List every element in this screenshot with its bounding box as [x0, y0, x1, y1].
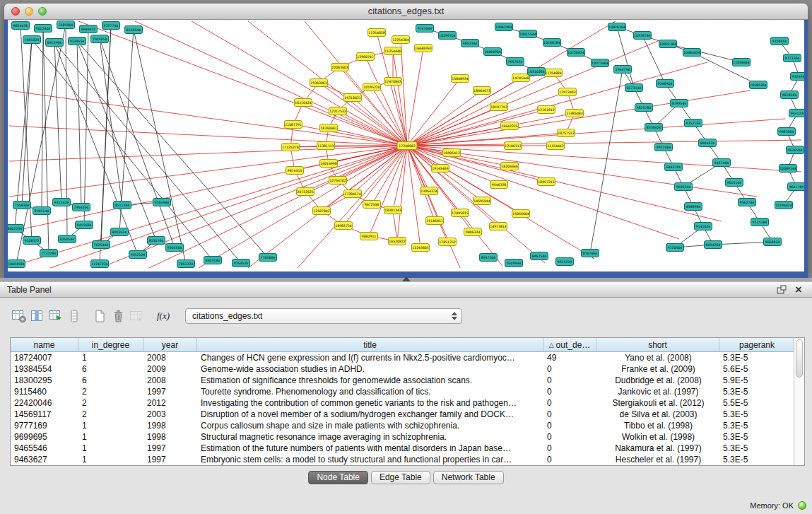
- graph-node[interactable]: 9325944: [791, 73, 805, 81]
- graph-node[interactable]: 8273144: [625, 84, 643, 92]
- graph-node[interactable]: 17851752: [439, 238, 457, 246]
- graph-node[interactable]: 11087791: [285, 121, 302, 129]
- graph-node[interactable]: 10273464: [592, 59, 609, 67]
- edit-table-icon[interactable]: [47, 308, 65, 325]
- graph-edge[interactable]: [590, 69, 623, 253]
- graph-node[interactable]: 8602234: [8, 225, 24, 233]
- graph-node[interactable]: 10299704: [439, 32, 457, 40]
- graph-node[interactable]: 14745448: [512, 74, 530, 82]
- graph-edge[interactable]: [353, 146, 407, 194]
- graph-node[interactable]: 17240663: [397, 142, 417, 150]
- graph-node[interactable]: 15318031: [344, 94, 362, 102]
- graph-node[interactable]: 9878584: [781, 91, 799, 99]
- graph-node[interactable]: 10062904: [495, 23, 513, 31]
- graph-edge[interactable]: [407, 146, 679, 239]
- graph-node[interactable]: 9562744: [739, 199, 756, 206]
- graph-edge[interactable]: [78, 21, 407, 146]
- graph-node[interactable]: 16520822: [389, 238, 406, 245]
- column-header-short[interactable]: short: [596, 338, 719, 351]
- graph-node[interactable]: 18564673: [473, 87, 491, 95]
- graph-node[interactable]: 9773304: [784, 54, 801, 62]
- graph-node[interactable]: 7851224: [177, 260, 195, 268]
- close-panel-icon[interactable]: ×: [792, 284, 805, 296]
- graph-node[interactable]: 12217532: [329, 107, 347, 115]
- graph-node[interactable]: 9747064: [416, 25, 434, 33]
- graph-node[interactable]: 20732625: [297, 188, 314, 196]
- graph-node[interactable]: 9330554: [69, 37, 86, 45]
- graph-edge[interactable]: [77, 41, 81, 207]
- graph-node[interactable]: 9806324: [464, 228, 482, 236]
- column-header-name[interactable]: name: [11, 338, 78, 351]
- graph-node[interactable]: 17095015: [452, 209, 469, 217]
- graph-node[interactable]: 8694264: [705, 241, 722, 249]
- graph-node[interactable]: 9415684: [76, 221, 93, 229]
- graph-node[interactable]: 9852344: [461, 40, 479, 47]
- graph-edge[interactable]: [100, 39, 122, 205]
- graph-node[interactable]: 9931064: [655, 144, 673, 151]
- import-table-icon[interactable]: [127, 308, 146, 325]
- graph-node[interactable]: 9246904: [657, 80, 674, 88]
- graph-node[interactable]: 14973814: [490, 223, 507, 230]
- graph-node[interactable]: 11254446: [384, 47, 402, 55]
- graph-node[interactable]: 8403184: [204, 257, 222, 264]
- graph-edge[interactable]: [100, 25, 111, 264]
- graph-node[interactable]: 9641784: [788, 183, 805, 191]
- graph-node[interactable]: 11254884: [545, 69, 563, 77]
- graph-node[interactable]: 10194424: [775, 201, 793, 209]
- splitter-grip-icon[interactable]: [402, 276, 411, 281]
- function-builder-button[interactable]: f(x): [153, 310, 174, 322]
- graph-node[interactable]: 8167864: [582, 250, 599, 257]
- graph-edge[interactable]: [42, 28, 43, 211]
- graph-node[interactable]: 9957624: [507, 58, 524, 66]
- table-row[interactable]: 1456911722003Disruption of a novel membe…: [11, 409, 804, 420]
- graph-node[interactable]: 16642225: [501, 122, 519, 130]
- graph-node[interactable]: 9108372: [23, 237, 41, 245]
- graph-node[interactable]: 15848934: [452, 75, 469, 83]
- graph-edge[interactable]: [407, 146, 521, 214]
- graph-node[interactable]: 18760461: [320, 124, 338, 132]
- row-height-icon[interactable]: [65, 308, 83, 325]
- table-scrollbar[interactable]: [794, 338, 804, 465]
- graph-node[interactable]: 10694584: [8, 260, 25, 268]
- graph-node[interactable]: 9615224: [556, 258, 574, 266]
- graph-node[interactable]: 17284174: [344, 190, 362, 198]
- column-header-pagerank[interactable]: pagerank: [719, 338, 795, 351]
- graph-node[interactable]: 9536504: [787, 146, 804, 154]
- graph-node[interactable]: 9141624: [695, 223, 712, 230]
- graph-edge[interactable]: [407, 113, 575, 146]
- table-selector-dropdown[interactable]: citations_edges.txt: [185, 308, 462, 324]
- new-table-icon[interactable]: [90, 308, 109, 325]
- graph-node[interactable]: 7585964: [57, 21, 75, 29]
- graph-node[interactable]: 8957304: [480, 254, 498, 262]
- graph-node[interactable]: 9431224: [789, 110, 805, 117]
- graph-node[interactable]: 9668024: [764, 238, 782, 246]
- graph-node[interactable]: 10089144: [779, 165, 797, 173]
- graph-node[interactable]: 10826104: [608, 23, 626, 31]
- graph-node[interactable]: 8483704: [665, 163, 683, 171]
- graph-node[interactable]: 12754702: [329, 177, 347, 185]
- graph-node[interactable]: 16646950: [415, 45, 433, 52]
- graph-edge[interactable]: [393, 210, 397, 241]
- graph-node[interactable]: 11036664: [733, 59, 751, 66]
- graph-node[interactable]: 9457464: [713, 159, 731, 167]
- graph-node[interactable]: 14595044: [473, 197, 491, 205]
- graph-edge[interactable]: [100, 146, 407, 268]
- graph-node[interactable]: 18957215: [538, 178, 555, 186]
- graph-node[interactable]: 10197793: [490, 103, 508, 111]
- table-row[interactable]: 946362711997Embryonic stem cells: a mode…: [11, 454, 804, 465]
- graph-node[interactable]: 12243605: [412, 244, 430, 252]
- graph-node[interactable]: 8130764: [148, 237, 165, 245]
- graph-edge[interactable]: [668, 44, 741, 62]
- graph-node[interactable]: 9552124: [129, 251, 147, 259]
- graph-node[interactable]: 9104564: [153, 199, 171, 206]
- graph-node[interactable]: 9983864: [778, 128, 796, 136]
- graph-node[interactable]: 9874513: [286, 167, 304, 175]
- graph-node[interactable]: 1944794: [614, 66, 632, 74]
- network-canvas[interactable]: 1724066318301243967255817284174127547021…: [8, 20, 804, 271]
- graph-node[interactable]: 11154442: [547, 142, 565, 150]
- window-titlebar[interactable]: citations_edges.txt: [4, 4, 808, 20]
- graph-node[interactable]: 9237744: [102, 22, 120, 30]
- graph-node[interactable]: 8062584: [531, 252, 548, 260]
- table-mode-icon[interactable]: [10, 308, 28, 325]
- graph-node[interactable]: 10404984: [484, 48, 502, 56]
